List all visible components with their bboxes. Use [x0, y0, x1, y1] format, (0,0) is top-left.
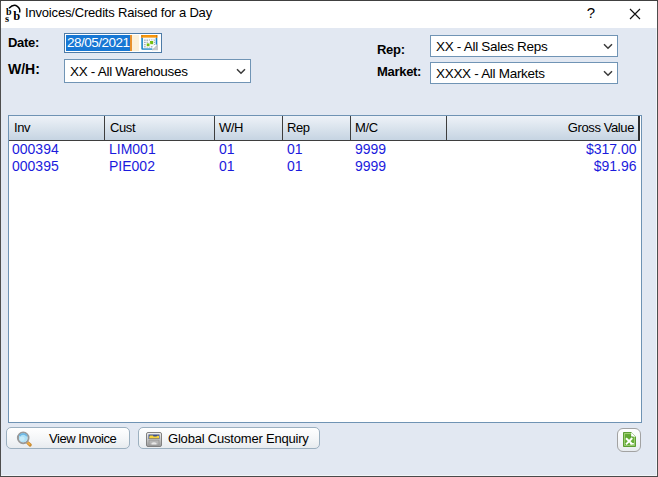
svg-text:b: b [13, 9, 20, 23]
svg-text:s: s [5, 13, 9, 24]
